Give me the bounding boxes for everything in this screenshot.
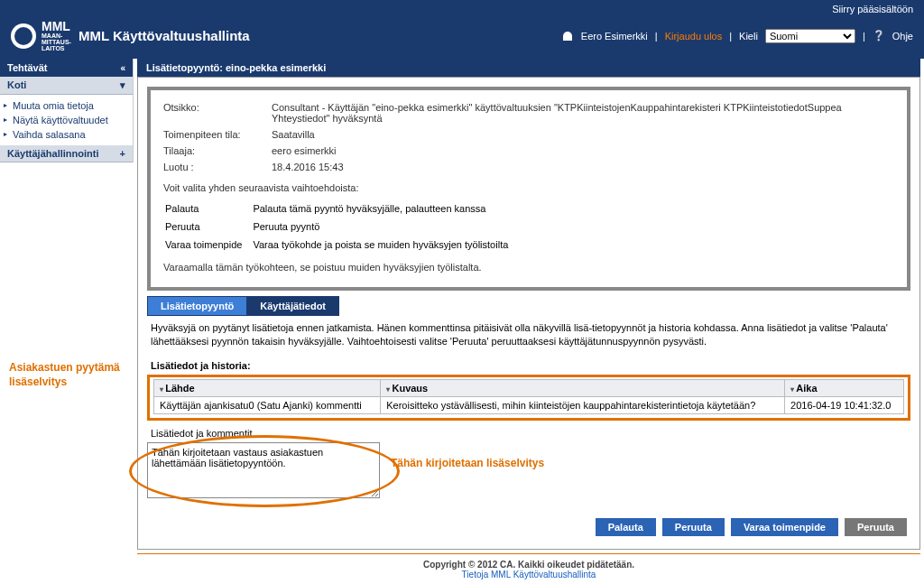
cell-kuvaus: Keroisitteko ystävällisesti, mihin kiint…	[381, 396, 785, 413]
sidebar-section-label: Käyttäjähallinnointi	[7, 148, 98, 159]
panel-title: Lisätietopyyntö: eino-pekka esimerkki	[137, 59, 920, 77]
info-box: Otsikko: Consultant - Käyttäjän "eino-pe…	[147, 87, 910, 291]
peruuta-button[interactable]: Peruuta	[662, 518, 725, 536]
page-footer: Copyright © 2012 CA. Kaikki oikeudet pid…	[137, 553, 920, 581]
options-table: PalautaPalauta tämä pyyntö hyväksyjälle,…	[163, 199, 519, 255]
varaa-toimenpide-button[interactable]: Varaa toimenpide	[731, 518, 838, 536]
col-kuvaus[interactable]: Kuvaus	[381, 379, 785, 396]
value-tilaaja: eero esimerkki	[272, 145, 337, 156]
history-grid: Lähde Kuvaus Aika Käyttäjän ajankisatu0 …	[153, 379, 904, 414]
sidebar-header: Tehtävät «	[0, 59, 133, 77]
cell-aika: 2016-04-19 10:41:32.0	[785, 396, 904, 413]
language-label: Kieli	[739, 31, 758, 42]
comments-textarea[interactable]	[147, 442, 380, 498]
opt-desc: Palauta tämä pyyntö hyväksyjälle, palaut…	[253, 200, 517, 217]
sidebar-section-koti[interactable]: Koti ▾	[0, 77, 133, 95]
tab-kayttajatiedot[interactable]: Käyttäjätiedot	[246, 296, 339, 316]
help-link[interactable]: Ohje	[892, 31, 913, 42]
opt-name: Palauta	[165, 200, 251, 217]
header: Siirry pääsisältöön MML MAAN-MITTAUS-LAI…	[0, 0, 924, 59]
plus-icon: +	[120, 148, 125, 159]
opt-desc: Varaa työkohde ja poista se muiden hyväk…	[253, 236, 517, 253]
footer-link[interactable]: Tietoja MML Käyttövaltuushallinta	[462, 570, 596, 579]
copyright: Copyright © 2012 CA. Kaikki oikeudet pid…	[423, 560, 634, 570]
sidebar-item-muuta[interactable]: Muuta omia tietoja	[0, 98, 133, 113]
sidebar: Tehtävät « Koti ▾ Muuta omia tietoja Näy…	[0, 59, 134, 162]
label-luotu: Luotu :	[163, 162, 272, 172]
current-user: Eero Esimerkki	[581, 31, 648, 42]
info-footer: Varaamalla tämän työkohteen, se poistuu …	[163, 255, 894, 278]
sidebar-item-nayta[interactable]: Näytä käyttövaltuudet	[0, 113, 133, 127]
tab-bar: Lisätietopyyntö Käyttäjätiedot	[147, 296, 910, 316]
chevron-down-icon: ▾	[120, 79, 125, 91]
opt-name: Peruuta	[165, 218, 251, 235]
history-annotation-box: Lähde Kuvaus Aika Käyttäjän ajankisatu0 …	[147, 375, 910, 421]
annotation-callout-side: Tähän kirjoitetaan lisäselvitys	[391, 442, 544, 469]
logout-link[interactable]: Kirjaudu ulos	[665, 31, 723, 42]
logo-sub: MAAN-MITTAUS-LAITOS	[42, 32, 71, 51]
choice-intro: Voit valita yhden seuraavista vaihtoehdo…	[163, 175, 894, 199]
col-aika[interactable]: Aika	[785, 379, 904, 396]
sidebar-section-admin[interactable]: Käyttäjähallinnointi +	[0, 145, 133, 162]
skip-to-content-link[interactable]: Siirry pääsisältöön	[832, 4, 913, 14]
label-tila: Toimenpiteen tila:	[163, 129, 272, 140]
tab-explanation: Hyväksyjä on pyytänyt lisätietoja ennen …	[147, 316, 910, 355]
cell-lahde: Käyttäjän ajankisatu0 (Satu Ajanki) komm…	[154, 396, 381, 413]
table-row[interactable]: Käyttäjän ajankisatu0 (Satu Ajanki) komm…	[154, 396, 904, 413]
col-lahde[interactable]: Lähde	[154, 379, 381, 396]
app-title: MML Käyttövaltuushallinta	[79, 28, 250, 43]
opt-name: Varaa toimenpide	[165, 236, 251, 253]
opt-desc: Peruuta pyyntö	[253, 218, 517, 235]
logo: MML MAAN-MITTAUS-LAITOS	[11, 20, 71, 51]
value-otsikko: Consultant - Käyttäjän "eino-pekka esime…	[272, 102, 894, 124]
collapse-icon[interactable]: «	[120, 63, 125, 73]
main-content: Lisätietopyyntö: eino-pekka esimerkki Ot…	[134, 59, 924, 581]
sidebar-title: Tehtävät	[7, 62, 47, 73]
help-icon: ❔	[873, 30, 885, 42]
value-luotu: 18.4.2016 15:43	[272, 162, 344, 172]
language-select[interactable]: Suomi	[765, 29, 855, 43]
person-icon	[563, 32, 572, 41]
label-tilaaja: Tilaaja:	[163, 145, 272, 156]
action-bar: Palauta Peruuta Varaa toimenpide Peruuta	[147, 500, 910, 540]
value-tila: Saatavilla	[272, 129, 315, 140]
tab-lisatietopyynto[interactable]: Lisätietopyyntö	[147, 296, 247, 316]
history-label: Lisätiedot ja historia:	[147, 355, 910, 375]
comments-label: Lisätiedot ja kommentit	[147, 421, 910, 442]
peruuta2-button[interactable]: Peruuta	[845, 518, 907, 536]
logo-mml: MML	[42, 20, 71, 32]
palauta-button[interactable]: Palauta	[596, 518, 656, 536]
logo-icon	[11, 23, 36, 49]
label-otsikko: Otsikko:	[163, 102, 272, 124]
sidebar-item-vaihda[interactable]: Vaihda salasana	[0, 127, 133, 142]
sidebar-section-label: Koti	[7, 79, 26, 91]
